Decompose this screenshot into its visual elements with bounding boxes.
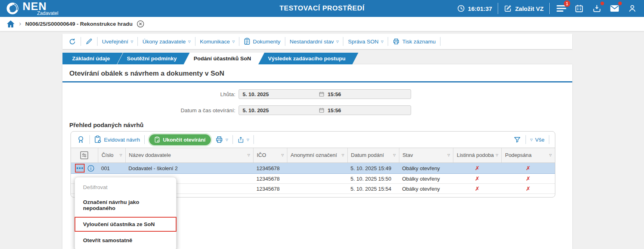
annotation-highlight: Vyloučení účastníka ze SoN (75, 217, 177, 232)
menu-ukony-zadavatele[interactable]: Úkony zadavatele▽ (142, 39, 190, 45)
header-nazev-dodavatele[interactable]: Název dodavatele▽ (125, 148, 253, 163)
header-podepsana[interactable]: Podepsána▽ (501, 148, 555, 163)
calendar-button[interactable] (573, 2, 585, 14)
actionbar-separator (81, 37, 81, 46)
filter-preset-vse[interactable]: ▽ Vše (530, 137, 544, 143)
breadcrumb: › N006/25/S00000649 - Rekonstrukce hradu (0, 17, 644, 31)
oteviranai-date-value[interactable]: 5. 10. 2025 (239, 107, 319, 113)
oteviranai-time-value[interactable]: 15:56 (328, 107, 341, 113)
ukoncit-oteviranai-button[interactable]: Ukončit otevírání (149, 134, 210, 145)
caret-down-icon: ▽ (247, 138, 249, 142)
export-table-button[interactable]: ▽ (237, 136, 249, 144)
actionbar-separator (343, 37, 343, 46)
lhuta-date-value[interactable]: 5. 10. 2025 (239, 91, 319, 97)
tab-podani-ucastniku-son[interactable]: Podání účastníků SoN (184, 53, 264, 64)
table-row[interactable]: 001 Dodavatel - školení 2 12345678 5. 10… (71, 163, 555, 174)
close-tab-icon[interactable] (137, 20, 144, 28)
environment-title: TESTOVACÍ PROSTŘEDÍ (279, 4, 364, 12)
profile-button[interactable] (626, 2, 638, 14)
field-row-datum-oteviranai: Datum a čas otevírání: 5. 10. 2025 15:56 (62, 105, 572, 115)
nen-logo-icon (6, 2, 19, 15)
menu-item-oznaceni-nepodaneho[interactable]: Označení návrhu jako nepodaného (75, 195, 176, 216)
row-actions-button[interactable] (75, 164, 85, 173)
header-cislo[interactable]: Číslo▽ (98, 148, 125, 163)
actionbar-separator (97, 37, 98, 46)
section-divider (62, 81, 572, 82)
header-anonymni-oznaceni[interactable]: Anonymní označení▽ (287, 148, 347, 163)
clipboard-gear-icon (94, 136, 102, 144)
toolbar-separator (526, 135, 526, 144)
main-menu-button[interactable]: 1 (555, 2, 567, 14)
caret-down-icon: ▽ (549, 154, 552, 157)
envelope-icon (610, 4, 619, 12)
printer-icon (393, 38, 400, 45)
menu-sprava-son[interactable]: Správa SON▽ (348, 39, 383, 45)
actionbar-separator (388, 37, 388, 46)
clock-icon (457, 4, 465, 12)
record-tabs: Základní údaje Soutěžní podmínky Podání … (62, 53, 572, 64)
toolbar-separator (549, 135, 549, 144)
actionbar-separator (285, 37, 285, 46)
top-bar: NEN Zadavatel TESTOVACÍ PROSTŘEDÍ 16:01:… (0, 0, 644, 17)
pencil-icon[interactable] (85, 38, 93, 45)
cell-ico: 12345678 (253, 165, 287, 171)
inbox-button[interactable] (591, 2, 603, 14)
actionbar-separator (137, 37, 138, 46)
evidovat-navrh-button[interactable]: Evidovat návrh (94, 136, 140, 144)
menu-item-vylouceni-ucastnika[interactable]: Vyloučení účastníka ze SoN (75, 218, 176, 231)
cell-ico: 12345678 (253, 186, 287, 192)
nen-logo[interactable]: NEN Zadavatel (6, 1, 58, 16)
lhuta-time-value[interactable]: 15:56 (328, 91, 341, 97)
caret-down-icon: ▽ (336, 40, 339, 43)
lhuta-field[interactable]: 5. 10. 2025 15:56 (239, 89, 411, 99)
calendar-icon (575, 4, 584, 13)
calendar-small-icon (319, 107, 324, 113)
toolbar-separator (253, 135, 254, 144)
printer-icon (215, 136, 223, 144)
session-timer: 16:01:37 (457, 4, 492, 12)
session-time: 16:01:37 (468, 5, 492, 12)
header-stav[interactable]: Stav▽ (399, 148, 453, 163)
print-table-button[interactable]: ▽ (215, 136, 228, 144)
caret-down-icon: ▽ (342, 154, 344, 157)
cell-datum: 5. 10. 2025 15:49 (347, 165, 399, 171)
download-tray-icon (592, 4, 601, 13)
column-settings-button[interactable] (71, 148, 98, 163)
header-listinna-podoba[interactable]: Listinná podoba▽ (453, 148, 501, 163)
actionbar-separator (195, 37, 195, 46)
x-mark-icon: ✗ (526, 165, 531, 171)
refresh-icon[interactable] (69, 38, 76, 45)
filter-icon[interactable] (513, 136, 521, 144)
messages-button[interactable] (609, 2, 621, 14)
menu-item-otevrit-samostatne[interactable]: Otevřít samostatně (75, 233, 176, 248)
tab-zakladni-udaje[interactable]: Základní údaje (62, 53, 123, 64)
caret-down-icon: ▽ (120, 154, 122, 157)
tab-soutezni-podminky[interactable]: Soutěžní podmínky (117, 53, 190, 64)
caret-down-icon: ▽ (530, 138, 533, 142)
topbar-separator (498, 3, 498, 14)
info-icon[interactable] (87, 165, 95, 172)
menu-tisk-zaznamu[interactable]: Tisk záznamu (393, 38, 436, 45)
home-icon[interactable] (6, 20, 15, 28)
award-icon[interactable] (77, 135, 85, 144)
messages-notification-dot (618, 2, 622, 5)
chevron-right-icon: › (19, 20, 21, 28)
toolbar-separator (144, 135, 145, 144)
datum-oteviranai-field[interactable]: 5. 10. 2025 15:56 (239, 105, 411, 115)
menu-komunikace[interactable]: Komunikace▽ (200, 39, 235, 45)
menu-nestandardni-stav[interactable]: Nestandardní stav▽ (290, 39, 339, 45)
cell-nazev: Dodavatel - školení 2 (125, 165, 253, 171)
breadcrumb-item[interactable]: N006/25/S00000649 - Rekonstrukce hradu (25, 21, 133, 27)
calendar-small-icon (319, 91, 324, 97)
section-title: Otevírání obálek s návrhem a dokumenty v… (69, 70, 572, 78)
tab-vysledek-postupu[interactable]: Výsledek zadávacího postupu (258, 53, 358, 64)
menu-uverejneni[interactable]: Uveřejnění▽ (102, 39, 133, 45)
caret-down-icon: ▽ (188, 40, 191, 43)
header-ico[interactable]: IČO▽ (253, 148, 287, 163)
header-datum-podani[interactable]: Datum podání▽ (347, 148, 399, 163)
create-vz-button[interactable]: Založit VZ (504, 4, 544, 12)
document-icon (244, 38, 250, 45)
cell-ico: 12345678 (253, 176, 287, 182)
field-row-lhuta: Lhůta: 5. 10. 2025 15:56 (62, 89, 572, 99)
menu-dokumenty[interactable]: Dokumenty (244, 38, 280, 45)
